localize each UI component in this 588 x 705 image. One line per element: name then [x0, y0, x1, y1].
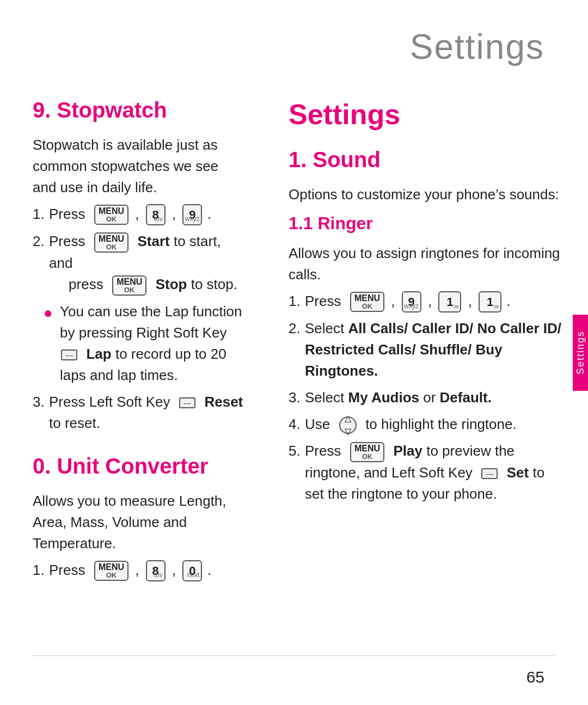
reset-label: Reset — [204, 394, 243, 410]
lap-bullet: ● You can use the Lap function by pressi… — [44, 301, 245, 386]
stopwatch-step3: 3. Press Left Soft Key Reset to reset. — [33, 391, 245, 434]
header-title: Settings — [410, 27, 544, 66]
stopwatch-title: 9. Stopwatch — [33, 94, 245, 126]
key-8tuv-unit: 8tuv — [146, 560, 166, 581]
side-tab: Settings — [573, 315, 588, 391]
nav-icon: △▽ — [339, 416, 357, 434]
menu-ok-key-3: MENU OK — [112, 275, 146, 296]
ringer-step3-content: Select My Audios or Default. — [305, 387, 566, 408]
step-content: Press MENU OK , 8tuv , 9wxyz . — [49, 204, 245, 226]
ringer-step-number-4: 4. — [289, 414, 305, 435]
ringer-step-number-2: 2. — [289, 318, 305, 339]
sound-title: 1. Sound — [289, 144, 566, 175]
stopwatch-section: 9. Stopwatch Stopwatch is available just… — [33, 94, 245, 434]
menu-ok-key-2: MENU OK — [94, 232, 128, 253]
ringer-step5: 5. Press MENU OK Play to preview the rin… — [289, 440, 566, 505]
lap-label: Lap — [86, 346, 111, 362]
sound-section: 1. Sound Options to customize your phone… — [289, 144, 566, 505]
ringer-step3: 3. Select My Audios or Default. — [289, 387, 566, 408]
ringer-options: All Calls/ Caller ID/ No Caller ID/ Rest… — [305, 320, 561, 379]
softkey-icon-reset — [179, 397, 195, 408]
side-tab-text: Settings — [573, 330, 587, 375]
menu-ok-key-unit: MENU OK — [94, 561, 128, 581]
unit-converter-title: 0. Unit Converter — [33, 450, 245, 482]
ringer-step5-content: Press MENU OK Play to preview the ringto… — [305, 440, 566, 505]
ringer-step1: 1. Press MENU OK , 9wxyz , — [289, 291, 566, 313]
ringer-description: Allows you to assign ringtones for incom… — [289, 243, 566, 285]
key-8tuv: 8tuv — [146, 204, 166, 225]
stopwatch-step1: 1. Press MENU OK , 8tuv , 9wxyz — [33, 204, 245, 226]
key-9wxyz-ringer: 9wxyz — [402, 291, 421, 312]
key-1a: 1✉ — [438, 291, 461, 312]
default-label: Default. — [440, 389, 492, 406]
sound-description: Options to customize your phone’s sounds… — [289, 184, 566, 205]
ringer-title: 1.1 Ringer — [289, 211, 566, 236]
stopwatch-step2: 2. Press MENU OK Start to start, and pre… — [33, 231, 245, 295]
right-column: Settings 1. Sound Options to customize y… — [267, 94, 588, 587]
stop-label: Stop — [156, 276, 187, 292]
softkey-icon-set — [481, 468, 498, 479]
bottom-divider — [33, 655, 555, 656]
ringer-step4-content: Use △▽ to highlight the ringtone. — [305, 414, 566, 435]
ringer-step-number-1: 1. — [289, 291, 305, 312]
stopwatch-description: Stopwatch is available just as common st… — [33, 134, 245, 198]
main-columns: 9. Stopwatch Stopwatch is available just… — [0, 83, 588, 587]
ringer-step4: 4. Use △▽ to highlight the ringtone. — [289, 414, 566, 435]
step2-content: Press MENU OK Start to start, and press — [49, 231, 245, 295]
bullet-text: You can use the Lap function by pressing… — [60, 301, 245, 386]
set-label: Set — [507, 464, 529, 481]
key-9wxyz: 9wxyz — [182, 204, 202, 225]
step-number-3: 3. — [33, 391, 49, 413]
key-1b: 1✉ — [479, 291, 501, 312]
menu-ok-key-play: MENU OK — [350, 442, 384, 462]
unit-step-content: Press MENU OK , 8tuv , 0next . — [49, 560, 245, 582]
page-number: 65 — [526, 665, 544, 689]
ringer-step-number-3: 3. — [289, 387, 305, 408]
ringer-step1-content: Press MENU OK , 9wxyz , 1✉ , — [305, 291, 566, 313]
ringer-step2: 2. Select All Calls/ Caller ID/ No Calle… — [289, 318, 566, 382]
menu-ok-key: MENU OK — [94, 205, 128, 225]
key-0next: 0next — [182, 560, 202, 581]
ringer-step-number-5: 5. — [289, 440, 305, 462]
bullet-dot: ● — [44, 302, 54, 324]
ringer-subsection: 1.1 Ringer Allows you to assign ringtone… — [289, 211, 566, 505]
unit-converter-section: 0. Unit Converter Allows you to measure … — [33, 450, 245, 582]
menu-ok-key-ringer: MENU OK — [350, 292, 384, 312]
step3-content: Press Left Soft Key Reset to reset. — [49, 391, 245, 434]
ringer-step2-content: Select All Calls/ Caller ID/ No Caller I… — [305, 318, 566, 382]
left-column: 9. Stopwatch Stopwatch is available just… — [0, 94, 267, 587]
unit-step-number: 1. — [33, 560, 49, 581]
unit-converter-description: Allows you to measure Length, Area, Mass… — [33, 491, 245, 554]
step-number-2: 2. — [33, 231, 49, 252]
step-number: 1. — [33, 204, 49, 225]
page-container: Settings 9. Stopwatch Stopwatch is avail… — [0, 0, 588, 705]
unit-step1: 1. Press MENU OK , 8tuv , 0next — [33, 560, 245, 582]
settings-right-title: Settings — [289, 94, 566, 135]
softkey-icon-lap — [61, 350, 77, 360]
start-label: Start — [137, 233, 169, 249]
my-audios-label: My Audios — [348, 389, 419, 406]
page-header: Settings — [0, 0, 588, 83]
play-label: Play — [393, 443, 422, 459]
